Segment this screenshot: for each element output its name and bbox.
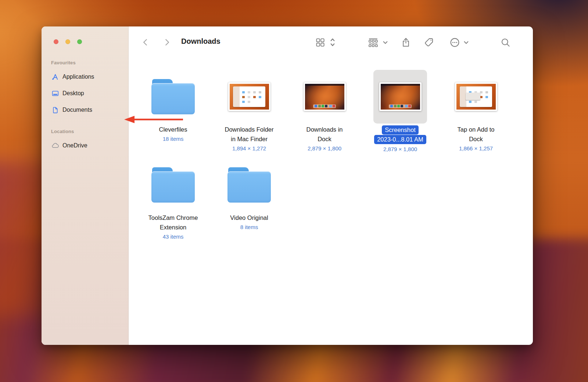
folder-icon xyxy=(151,79,195,114)
annotation-arrow xyxy=(124,115,184,124)
file-dimensions: 2,879 × 1,800 xyxy=(365,144,435,154)
finder-window: Favourites Applications Desktop xyxy=(42,26,533,345)
file-item-downloads-in-dock[interactable]: Downloads in Dock 2,879 × 1,800 xyxy=(290,70,359,153)
sidebar-item-onedrive[interactable]: OneDrive xyxy=(47,140,123,151)
file-item-tap-on-add-to-dock[interactable]: Tap on Add to Dock 1,866 × 1,257 xyxy=(441,70,511,153)
file-dimensions: 1,866 × 1,257 xyxy=(441,144,511,153)
file-item-count: 43 items xyxy=(138,232,208,242)
sidebar: Favourites Applications Desktop xyxy=(42,26,129,345)
file-name: Downloads Folder in Mac Finder xyxy=(214,125,284,144)
file-name: Tap on Add to Dock xyxy=(441,125,511,144)
thumbnail-area[interactable] xyxy=(290,70,359,124)
file-name: Cleverfiles xyxy=(138,125,208,134)
sort-chevrons-icon[interactable] xyxy=(329,37,336,48)
folder-icon xyxy=(151,167,195,203)
window-title: Downloads xyxy=(181,37,220,46)
thumbnail-area[interactable] xyxy=(138,158,208,212)
chevron-down-icon xyxy=(383,37,388,48)
zoom-button[interactable] xyxy=(77,39,82,44)
sidebar-item-desktop[interactable]: Desktop xyxy=(47,88,123,99)
sidebar-item-label: Applications xyxy=(62,74,94,80)
sidebar-item-applications[interactable]: Applications xyxy=(47,71,123,83)
back-button[interactable] xyxy=(141,37,150,48)
cloud-icon xyxy=(51,142,59,150)
desktop-icon xyxy=(51,89,59,97)
close-button[interactable] xyxy=(54,39,58,44)
file-item-screenshot-selected[interactable]: Screenshot 2023-0...8.01 AM 2,879 × 1,80… xyxy=(365,70,435,154)
view-grid-button[interactable] xyxy=(315,37,325,48)
thumbnail-area[interactable] xyxy=(365,70,435,124)
sidebar-item-documents[interactable]: Documents xyxy=(47,104,123,116)
sidebar-item-label: OneDrive xyxy=(62,142,87,149)
group-options-button[interactable] xyxy=(368,37,379,48)
file-item-downloads-folder-in-mac-finder[interactable]: Downloads Folder in Mac Finder 1,894 × 1… xyxy=(214,70,284,153)
sidebar-section-favourites: Favourites xyxy=(51,60,76,65)
chevron-down-icon xyxy=(463,37,469,48)
document-icon xyxy=(51,106,59,114)
share-icon[interactable] xyxy=(401,37,411,48)
tag-icon[interactable] xyxy=(424,37,434,48)
file-item-count: 8 items xyxy=(214,222,284,232)
file-name: ToolsZam Chrome Extension xyxy=(138,213,208,232)
thumbnail-area[interactable] xyxy=(214,158,284,212)
appstore-icon xyxy=(51,73,59,81)
file-item-video-original[interactable]: Video Original 8 items xyxy=(214,158,284,232)
search-icon[interactable] xyxy=(501,37,510,48)
traffic-lights xyxy=(54,39,82,44)
file-name: Downloads in Dock xyxy=(290,125,359,144)
file-item-cleverfiles[interactable]: Cleverfiles 18 items xyxy=(138,70,208,144)
forward-button[interactable] xyxy=(162,37,172,48)
image-thumbnail xyxy=(304,82,346,111)
file-item-toolszam-chrome-extension[interactable]: ToolsZam Chrome Extension 43 items xyxy=(138,158,208,242)
file-dimensions: 2,879 × 1,800 xyxy=(290,144,359,153)
image-thumbnail xyxy=(228,82,270,111)
file-item-count: 18 items xyxy=(138,134,208,144)
minimize-button[interactable] xyxy=(65,39,70,44)
sidebar-item-label: Desktop xyxy=(62,90,84,97)
image-thumbnail xyxy=(379,82,422,111)
thumbnail-area[interactable] xyxy=(441,70,511,124)
sidebar-item-label: Documents xyxy=(62,107,92,113)
file-name: Video Original xyxy=(214,213,284,222)
file-dimensions: 1,894 × 1,272 xyxy=(214,144,284,153)
thumbnail-area[interactable] xyxy=(214,70,284,124)
folder-icon xyxy=(227,167,271,203)
image-thumbnail xyxy=(455,82,497,111)
more-options-button[interactable] xyxy=(449,37,460,48)
sidebar-section-locations: Locations xyxy=(51,129,74,134)
file-name: Screenshot 2023-0...8.01 AM xyxy=(365,125,435,144)
